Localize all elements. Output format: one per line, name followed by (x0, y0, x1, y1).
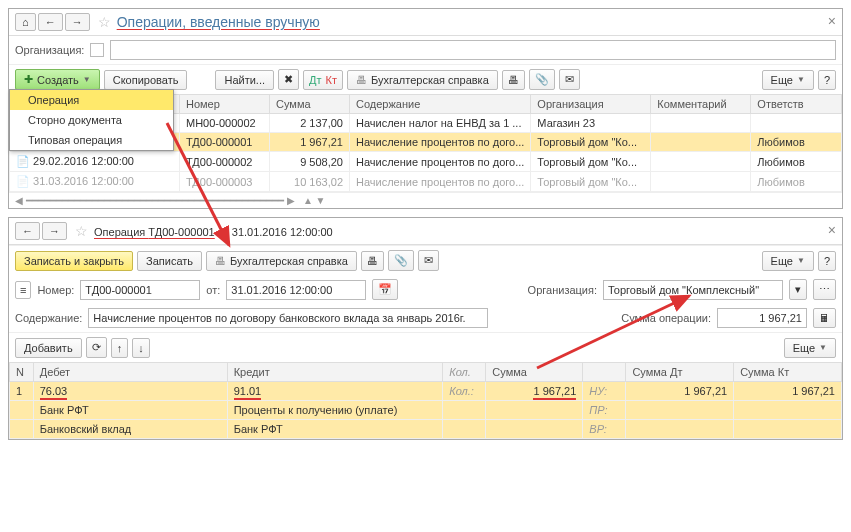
org-open[interactable]: ⋯ (813, 279, 836, 300)
move-down-icon[interactable]: ↓ (132, 338, 150, 358)
table-row[interactable]: 📄 29.02.2016 12:00:00ТД00-0000029 508,20… (10, 152, 842, 172)
top-toolbar: ✚ Создать ▼ Скопировать Найти... ✖ ДтКт … (9, 64, 842, 94)
close-icon[interactable]: × (828, 222, 836, 238)
top-window: × ⌂ ← → ☆ Операции, введенные вручную Ор… (8, 8, 843, 209)
forward-button[interactable]: → (42, 222, 67, 240)
mail-icon[interactable]: ✉ (559, 69, 580, 90)
report-label: Бухгалтерская справка (230, 255, 348, 267)
col-desc[interactable]: Содержание (350, 95, 531, 114)
sumop-input[interactable] (717, 308, 807, 328)
calendar-icon[interactable]: 📅 (372, 279, 398, 300)
posting-row[interactable]: 1 76.03 91.01 Кол.: 1 967,21 НУ: 1 967,2… (10, 382, 842, 401)
more-button[interactable]: Еще ▼ (762, 251, 814, 271)
lines-icon[interactable]: ≡ (15, 281, 31, 299)
date-input[interactable] (226, 280, 366, 300)
bottom-toolbar: Записать и закрыть Записать 🖶Бухгалтерск… (9, 245, 842, 275)
from-label: от: (206, 284, 220, 296)
report-button[interactable]: 🖶 Бухгалтерская справка (347, 70, 498, 90)
col-sum[interactable]: Сумма (270, 95, 350, 114)
close-icon[interactable]: × (828, 13, 836, 29)
top-titlebar: ⌂ ← → ☆ Операции, введенные вручную (9, 9, 842, 36)
report-button[interactable]: 🖶Бухгалтерская справка (206, 251, 357, 271)
page-title: Операции, введенные вручную (117, 14, 320, 30)
help-button[interactable]: ? (818, 70, 836, 90)
star-icon[interactable]: ☆ (75, 223, 88, 239)
attach-icon[interactable]: 📎 (529, 69, 555, 90)
forward-button[interactable]: → (65, 13, 90, 31)
num-label: Номер: (37, 284, 74, 296)
col-sumkt[interactable]: Сумма Кт (734, 363, 842, 382)
desc-label: Содержание: (15, 312, 82, 324)
desc-input[interactable] (88, 308, 488, 328)
bottom-titlebar: ← → ☆ Операция ТД00-000001 от 31.01.2016… (9, 218, 842, 245)
posting-row[interactable]: Банковский вклад Банк РФТ ВР: (10, 420, 842, 439)
mail-icon[interactable]: ✉ (418, 250, 439, 271)
attach-icon[interactable]: 📎 (388, 250, 414, 271)
org-filter-row: Организация: (9, 36, 842, 64)
scrollbar[interactable]: ◀ ━━━━━━━━━━━━━━━━━━━━━━━━━━━━━━━━━━━━━━… (9, 192, 842, 208)
more-label: Еще (771, 74, 793, 86)
org-dd[interactable]: ▾ (789, 279, 807, 300)
menu-item-operation[interactable]: Операция (10, 90, 173, 110)
dt-kt-button[interactable]: ДтКт (303, 70, 343, 90)
sumop-label: Сумма операции: (621, 312, 711, 324)
org-input[interactable] (603, 280, 783, 300)
col-sumdt[interactable]: Сумма Дт (626, 363, 734, 382)
cancel-find-button[interactable]: ✖ (278, 69, 299, 90)
header-row-1: ≡ Номер: от: 📅 Организация: ▾ ⋯ (9, 275, 842, 304)
org-input[interactable] (110, 40, 836, 60)
calc-icon[interactable]: 🖩 (813, 308, 836, 328)
save-close-button[interactable]: Записать и закрыть (15, 251, 133, 271)
bottom-window: × ← → ☆ Операция ТД00-000001 от 31.01.20… (8, 217, 843, 440)
col-comment[interactable]: Комментарий (651, 95, 751, 114)
col-n[interactable]: N (10, 363, 34, 382)
col-sum[interactable]: Сумма (486, 363, 583, 382)
back-button[interactable]: ← (15, 222, 40, 240)
org-label: Организация: (15, 44, 84, 56)
org-checkbox[interactable] (90, 43, 104, 57)
postings-table: N Дебет Кредит Кол. Сумма Сумма Дт Сумма… (9, 362, 842, 439)
print-icon[interactable]: 🖶 (361, 251, 384, 271)
find-button[interactable]: Найти... (215, 70, 274, 90)
copy-button[interactable]: Скопировать (104, 70, 188, 90)
col-resp[interactable]: Ответств (751, 95, 842, 114)
create-button[interactable]: ✚ Создать ▼ (15, 69, 100, 90)
operation-title: Операция ТД00-000001 от 31.01.2016 12:00… (94, 223, 333, 239)
home-button[interactable]: ⌂ (15, 13, 36, 31)
col-debit[interactable]: Дебет (33, 363, 227, 382)
header-row-2: Содержание: Сумма операции: 🖩 (9, 304, 842, 332)
report-label: Бухгалтерская справка (371, 74, 489, 86)
star-icon[interactable]: ☆ (98, 14, 111, 30)
print-icon[interactable]: 🖶 (502, 70, 525, 90)
sub-toolbar: Добавить ⟳ ↑ ↓ Еще ▼ (9, 332, 842, 362)
org-label: Организация: (528, 284, 597, 296)
move-up-icon[interactable]: ↑ (111, 338, 129, 358)
posting-row[interactable]: Банк РФТ Проценты к получению (уплате) П… (10, 401, 842, 420)
col-credit[interactable]: Кредит (227, 363, 443, 382)
num-input[interactable] (80, 280, 200, 300)
col-org[interactable]: Организация (531, 95, 651, 114)
save-button[interactable]: Записать (137, 251, 202, 271)
sub-more-button[interactable]: Еще ▼ (784, 338, 836, 358)
table-row[interactable]: 📄 31.03.2016 12:00:00ТД00-00000310 163,0… (10, 172, 842, 192)
more-button[interactable]: Еще ▼ (762, 70, 814, 90)
col-num[interactable]: Номер (180, 95, 270, 114)
sub-fn1[interactable]: ⟳ (86, 337, 107, 358)
create-dropdown: Операция Сторно документа Типовая операц… (9, 89, 174, 151)
create-label: Создать (37, 74, 79, 86)
help-button[interactable]: ? (818, 251, 836, 271)
back-button[interactable]: ← (38, 13, 63, 31)
menu-item-typical[interactable]: Типовая операция (10, 130, 173, 150)
menu-item-storno[interactable]: Сторно документа (10, 110, 173, 130)
col-qty[interactable]: Кол. (443, 363, 486, 382)
add-button[interactable]: Добавить (15, 338, 82, 358)
